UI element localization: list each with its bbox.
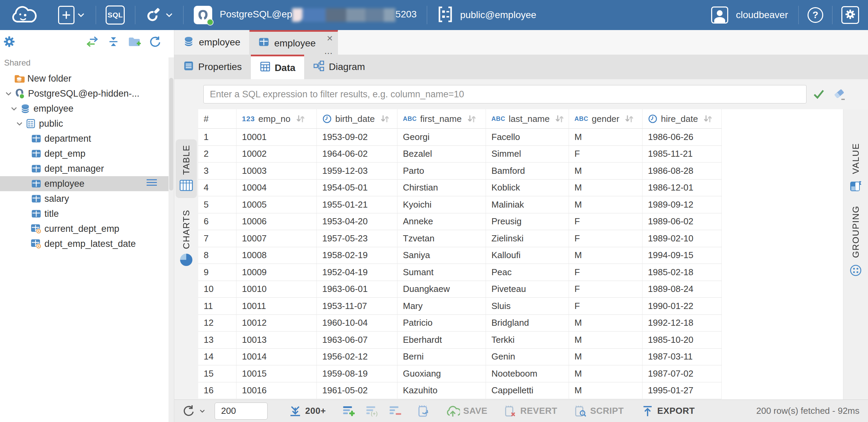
data-cell[interactable]: F: [569, 281, 642, 298]
data-cell[interactable]: Patricio: [397, 315, 486, 332]
data-cell[interactable]: 10012: [236, 315, 317, 332]
cloudbeaver-logo-icon[interactable]: [10, 4, 38, 26]
data-cell[interactable]: Mary: [397, 298, 486, 315]
column-header-hire_date[interactable]: hire_date: [642, 109, 722, 129]
new-folder-icon[interactable]: [127, 36, 141, 49]
data-cell[interactable]: 10013: [236, 332, 317, 349]
sql-filter-input[interactable]: [203, 85, 806, 103]
data-cell[interactable]: Simmel: [486, 146, 569, 163]
data-cell[interactable]: Georgi: [397, 129, 486, 146]
data-cell[interactable]: Chirstian: [397, 180, 486, 197]
chevron-down-icon[interactable]: [14, 122, 25, 126]
data-cell[interactable]: Tzvetan: [397, 230, 486, 247]
data-cell[interactable]: 10016: [236, 382, 317, 399]
data-cell[interactable]: Kalloufi: [486, 247, 569, 264]
data-cell[interactable]: 1987-03-11: [642, 349, 722, 366]
data-cell[interactable]: Saniya: [397, 247, 486, 264]
data-cell[interactable]: Anneke: [397, 213, 486, 230]
driver-manager-button[interactable]: [144, 5, 173, 25]
data-cell[interactable]: Terkki: [486, 332, 569, 349]
column-header-first_name[interactable]: ABCfirst_name: [397, 109, 486, 129]
data-cell[interactable]: Sluis: [486, 298, 569, 315]
tab-diagram[interactable]: Diagram: [304, 55, 374, 79]
sort-arrows-icon[interactable]: [702, 114, 714, 124]
data-cell[interactable]: 1959-12-03: [317, 163, 397, 180]
data-cell[interactable]: 1963-06-07: [317, 332, 397, 349]
data-cell[interactable]: 1964-06-02: [317, 146, 397, 163]
table-row[interactable]: 14100141956-02-12BerniGeninM1987-03-11: [198, 349, 722, 366]
table-row[interactable]: 2100021964-06-02BezalelSimmelF1985-11-21: [198, 146, 722, 163]
data-cell[interactable]: 10007: [236, 230, 317, 247]
data-cell[interactable]: M: [569, 315, 642, 332]
duplicate-row-button[interactable]: (+): [365, 404, 379, 418]
presentation-tab-table[interactable]: TABLE: [176, 139, 197, 198]
sort-arrows-icon[interactable]: [295, 114, 306, 124]
data-cell[interactable]: M: [569, 180, 642, 197]
column-header-last_name[interactable]: ABClast_name: [486, 109, 569, 129]
data-cell[interactable]: 1985-10-20: [642, 332, 722, 349]
data-cell[interactable]: 10014: [236, 349, 317, 366]
table-row[interactable]: 3100031959-12-03PartoBamfordM1986-08-28: [198, 163, 722, 180]
data-cell[interactable]: 10001: [236, 129, 317, 146]
fetch-size-input[interactable]: [215, 403, 268, 420]
sql-editor-button[interactable]: SQL: [106, 5, 125, 25]
data-cell[interactable]: 1986-06-26: [642, 129, 722, 146]
table-row[interactable]: 9100091952-04-19SumantPeacF1985-02-18: [198, 264, 722, 281]
presentation-tab-charts[interactable]: CHARTS: [176, 204, 197, 271]
data-cell[interactable]: 1953-09-02: [317, 129, 397, 146]
delete-row-button[interactable]: [388, 404, 403, 418]
table-row[interactable]: 11100111953-11-07MarySluisF1990-01-22: [198, 298, 722, 315]
data-cell[interactable]: 1987-07-02: [642, 365, 722, 382]
help-button[interactable]: ?: [808, 7, 823, 23]
column-header-gender[interactable]: ABCgender: [569, 109, 642, 129]
data-cell[interactable]: Preusig: [486, 213, 569, 230]
data-cell[interactable]: Kyoichi: [397, 196, 486, 213]
data-cell[interactable]: Kazuhito: [397, 382, 486, 399]
tree-item-dept-manager[interactable]: dept_manager: [0, 161, 168, 176]
data-cell[interactable]: 1985-11-21: [642, 146, 722, 163]
data-cell[interactable]: F: [569, 230, 642, 247]
connection-selector[interactable]: PostgreSQL@ep5203: [194, 6, 417, 24]
data-cell[interactable]: 1953-04-20: [317, 213, 397, 230]
tab-data[interactable]: Data: [251, 55, 304, 79]
data-cell[interactable]: Sumant: [397, 264, 486, 281]
data-cell[interactable]: 1961-05-02: [317, 382, 397, 399]
tree-item-public[interactable]: public: [0, 116, 168, 131]
data-cell[interactable]: Bezalel: [397, 146, 486, 163]
data-cell[interactable]: Peac: [486, 264, 569, 281]
data-cell[interactable]: Berni: [397, 349, 486, 366]
data-grid[interactable]: #123emp_nobirth_dateABCfirst_nameABClast…: [198, 109, 843, 399]
data-cell[interactable]: F: [569, 213, 642, 230]
data-cell[interactable]: 1952-04-19: [317, 264, 397, 281]
data-cell[interactable]: 1985-02-18: [642, 264, 722, 281]
data-cell[interactable]: Piveteau: [486, 281, 569, 298]
revert-button[interactable]: REVERT: [503, 404, 557, 418]
table-row[interactable]: 6100061953-04-20AnnekePreusigF1989-06-02: [198, 213, 722, 230]
sort-arrows-icon[interactable]: [379, 114, 391, 124]
schema-selector[interactable]: public@employee: [437, 6, 536, 24]
data-cell[interactable]: 1953-11-07: [317, 298, 397, 315]
data-cell[interactable]: 1954-05-01: [317, 180, 397, 197]
link-editor-sync-icon[interactable]: [85, 36, 99, 49]
collapse-all-icon[interactable]: [107, 36, 120, 49]
settings-button[interactable]: [841, 6, 859, 24]
refresh-icon[interactable]: [149, 35, 162, 50]
apply-changes-button[interactable]: [416, 404, 431, 418]
fetch-more-button[interactable]: 200+: [289, 405, 326, 417]
data-cell[interactable]: M: [569, 196, 642, 213]
new-object-button[interactable]: [58, 6, 85, 24]
data-cell[interactable]: Bridgland: [486, 315, 569, 332]
close-icon[interactable]: ×: [327, 33, 333, 43]
panel-tab-grouping[interactable]: GROUPING: [843, 206, 868, 279]
table-row[interactable]: 1100011953-09-02GeorgiFacelloM1986-06-26: [198, 129, 722, 146]
table-row[interactable]: 8100081958-02-19SaniyaKalloufiM1994-09-1…: [198, 247, 722, 264]
data-cell[interactable]: Genin: [486, 349, 569, 366]
save-button[interactable]: SAVE: [446, 404, 488, 418]
data-cell[interactable]: 10010: [236, 281, 317, 298]
table-row[interactable]: 16100161961-05-02KazuhitoCappellettiM199…: [198, 382, 722, 399]
table-row[interactable]: 13100131963-06-07EberhardtTerkkiM1985-10…: [198, 332, 722, 349]
data-cell[interactable]: M: [569, 129, 642, 146]
sort-arrows-icon[interactable]: [466, 114, 477, 124]
data-cell[interactable]: 1959-08-19: [317, 365, 397, 382]
data-cell[interactable]: 10015: [236, 365, 317, 382]
